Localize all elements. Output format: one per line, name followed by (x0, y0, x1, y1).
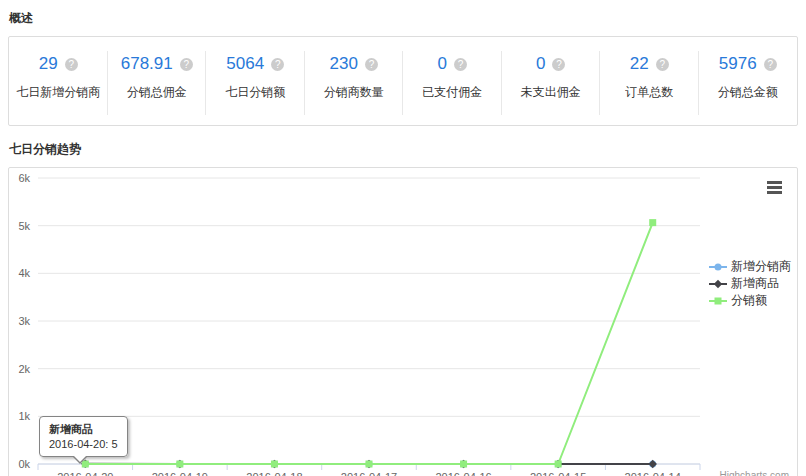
stat-label: 订单总数 (600, 84, 699, 101)
chart-legend: 新增分销商新增商品分销额 (709, 258, 791, 309)
x-axis-label: 2016-04-14 (625, 471, 681, 476)
highcharts-credit-link[interactable]: Highcharts.com (720, 470, 789, 476)
overview-section-title: 概述 (9, 10, 798, 27)
stat-value: 230 (330, 54, 358, 74)
series-point-marker[interactable] (176, 461, 183, 468)
legend-item-2[interactable]: 分销额 (709, 292, 791, 309)
stat-cell-7: 5976?分销总金额 (699, 37, 798, 125)
series-point-marker[interactable] (715, 297, 722, 304)
legend-label: 分销额 (731, 292, 767, 309)
y-axis-label: 3k (18, 315, 30, 327)
help-icon[interactable]: ? (764, 58, 777, 71)
hamburger-icon (767, 181, 782, 184)
stat-cell-1: 678.91?分销总佣金 (108, 37, 207, 125)
help-icon[interactable]: ? (65, 58, 78, 71)
stat-label: 已支付佣金 (403, 84, 502, 101)
help-icon[interactable]: ? (180, 58, 193, 71)
chart-tooltip: 新增商品 2016-04-20: 5 (39, 416, 128, 457)
series-2 (82, 219, 656, 467)
stat-value: 5064 (226, 54, 264, 74)
help-icon[interactable]: ? (271, 58, 284, 71)
stat-value: 5976 (719, 54, 757, 74)
chart-export-menu-button[interactable] (767, 181, 782, 196)
series-point-marker[interactable] (649, 460, 657, 468)
series-point-marker[interactable] (460, 461, 467, 468)
stat-label: 七日新增分销商 (9, 84, 108, 101)
stat-value: 0 (536, 54, 545, 74)
x-axis-label: 2016-04-15 (530, 471, 586, 476)
series-point-marker[interactable] (271, 461, 278, 468)
stat-value: 0 (438, 54, 447, 74)
tooltip-series-name: 新增商品 (49, 422, 118, 437)
stat-label: 分销总佣金 (108, 84, 207, 101)
stat-label: 七日分销额 (206, 84, 305, 101)
help-icon[interactable]: ? (552, 58, 565, 71)
legend-marker-icon (709, 295, 727, 307)
stat-value: 678.91 (121, 54, 173, 74)
series-point-marker[interactable] (715, 263, 722, 270)
stat-cell-6: 22?订单总数 (600, 37, 699, 125)
trend-chart-panel: 0k1k2k3k4k5k6k2016-04-202016-04-192016-0… (8, 167, 798, 476)
legend-item-1[interactable]: 新增商品 (709, 275, 791, 292)
stat-cell-3: 230?分销商数量 (305, 37, 404, 125)
overview-stats-panel: 29?七日新增分销商678.91?分销总佣金5064?七日分销额230?分销商数… (8, 36, 798, 126)
trend-section-title: 七日分销趋势 (9, 141, 798, 158)
series-point-marker[interactable] (649, 219, 656, 226)
y-axis-label: 1k (18, 410, 30, 422)
help-icon[interactable]: ? (454, 58, 467, 71)
stat-cell-2: 5064?七日分销额 (206, 37, 305, 125)
y-axis-label: 5k (18, 220, 30, 232)
x-axis-label: 2016-04-18 (246, 471, 302, 476)
stat-label: 分销商数量 (305, 84, 404, 101)
tooltip-value-line: 2016-04-20: 5 (49, 438, 118, 450)
y-axis-label: 0k (18, 458, 30, 470)
stat-cell-5: 0?未支出佣金 (502, 37, 601, 125)
help-icon[interactable]: ? (365, 58, 378, 71)
x-axis-label: 2016-04-20 (57, 471, 113, 476)
stat-value: 29 (39, 54, 58, 74)
stat-cell-4: 0?已支付佣金 (403, 37, 502, 125)
y-axis-label: 4k (18, 267, 30, 279)
stat-cell-0: 29?七日新增分销商 (9, 37, 108, 125)
stat-value: 22 (630, 54, 649, 74)
legend-item-0[interactable]: 新增分销商 (709, 258, 791, 275)
series-line (85, 223, 652, 464)
series-point-marker[interactable] (714, 279, 722, 287)
x-axis-label: 2016-04-16 (435, 471, 491, 476)
stat-label: 分销总金额 (699, 84, 798, 101)
legend-marker-icon (709, 261, 727, 273)
x-axis-label: 2016-04-17 (341, 471, 397, 476)
series-point-marker[interactable] (555, 461, 562, 468)
legend-marker-icon (709, 278, 727, 290)
y-axis-label: 6k (18, 172, 30, 184)
series-point-marker[interactable] (366, 461, 373, 468)
legend-label: 新增分销商 (731, 258, 791, 275)
x-axis-label: 2016-04-19 (152, 471, 208, 476)
y-axis-label: 2k (18, 363, 30, 375)
help-icon[interactable]: ? (656, 58, 669, 71)
legend-label: 新增商品 (731, 275, 779, 292)
stat-label: 未支出佣金 (502, 84, 601, 101)
